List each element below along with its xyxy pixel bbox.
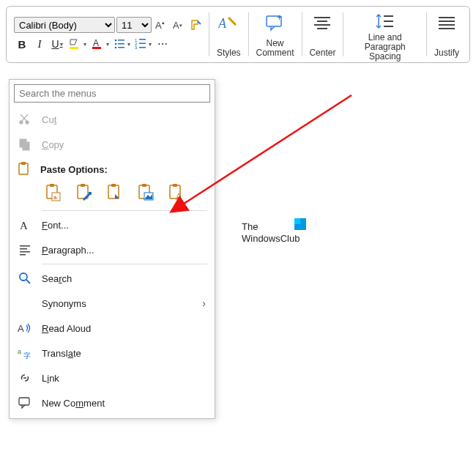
menu-paragraph[interactable]: Paragraph... xyxy=(10,237,215,262)
new-comment-group[interactable]: + New Comment xyxy=(250,10,300,59)
font-color-button[interactable]: A▾ xyxy=(89,36,111,52)
svg-text:A: A xyxy=(155,20,162,31)
paste-text-only-button[interactable]: A xyxy=(166,182,187,203)
svg-rect-26 xyxy=(384,15,393,17)
scissors-icon xyxy=(17,111,33,127)
paste-options-label: Paste Options: xyxy=(40,164,108,175)
spacing-label: Line and Paragraph Spacing xyxy=(351,33,419,62)
context-menu: Search the menus Cut Copy Paste Options:… xyxy=(9,79,215,419)
italic-button[interactable]: I xyxy=(31,36,48,52)
styles-group[interactable]: A Styles xyxy=(211,10,247,59)
menu-link-label: Link xyxy=(42,373,207,384)
new-comment-label: New Comment xyxy=(256,39,294,58)
svg-rect-65 xyxy=(294,218,300,224)
windowsclub-logo-icon xyxy=(294,218,306,230)
menu-paragraph-label: Paragraph... xyxy=(42,245,207,256)
font-icon: A xyxy=(17,217,33,233)
svg-rect-57 xyxy=(20,251,30,253)
menu-synonyms[interactable]: Synonyms › xyxy=(10,291,215,316)
svg-rect-32 xyxy=(439,28,455,29)
svg-point-59 xyxy=(20,273,27,281)
underline-button[interactable]: U▾ xyxy=(49,36,65,52)
paste-options-row: a A xyxy=(10,179,215,209)
svg-rect-29 xyxy=(439,17,455,18)
svg-rect-23 xyxy=(317,21,327,22)
svg-rect-49 xyxy=(142,184,146,187)
menu-translate-label: Translate xyxy=(42,348,207,359)
paste-options-header: Paste Options: xyxy=(10,157,215,179)
svg-rect-30 xyxy=(439,21,455,22)
svg-rect-18 xyxy=(139,47,146,48)
paste-picture-button[interactable] xyxy=(105,182,125,203)
paste-merge-button[interactable] xyxy=(74,182,94,203)
menu-font[interactable]: A Font... xyxy=(10,212,215,237)
svg-rect-31 xyxy=(439,24,455,26)
paragraph-icon xyxy=(17,242,33,258)
svg-text:▾: ▾ xyxy=(179,23,182,28)
svg-rect-12 xyxy=(118,47,124,48)
svg-rect-25 xyxy=(317,28,327,29)
svg-text:A: A xyxy=(176,192,182,201)
svg-text:A: A xyxy=(93,38,99,48)
center-label: Center xyxy=(309,48,335,58)
justify-icon xyxy=(436,12,457,33)
menu-synonyms-label: Synonyms xyxy=(42,298,207,309)
menu-new-comment[interactable]: New Comment xyxy=(10,390,215,415)
search-icon xyxy=(17,270,33,286)
read-aloud-icon: A xyxy=(17,320,33,336)
svg-rect-24 xyxy=(314,24,330,26)
highlight-button[interactable]: ▾ xyxy=(67,36,88,52)
svg-text:A: A xyxy=(18,323,24,334)
font-size-select[interactable]: 11 xyxy=(116,17,152,33)
svg-point-33 xyxy=(20,121,23,125)
svg-point-11 xyxy=(115,47,117,49)
clipboard-icon xyxy=(17,161,31,178)
justify-label: Justify xyxy=(434,48,459,58)
svg-rect-6 xyxy=(92,47,101,49)
svg-text:▴: ▴ xyxy=(162,20,165,25)
svg-rect-45 xyxy=(89,192,92,195)
svg-point-34 xyxy=(26,121,29,125)
svg-text:A: A xyxy=(173,20,179,31)
svg-rect-16 xyxy=(139,43,146,45)
paste-keep-source-button[interactable]: a xyxy=(43,182,64,203)
comment-icon xyxy=(17,395,33,411)
menu-search[interactable]: Search xyxy=(10,266,215,291)
numbering-button[interactable]: 123▾ xyxy=(133,36,153,52)
menu-new-comment-label: New Comment xyxy=(42,398,207,409)
new-comment-icon: + xyxy=(265,12,286,33)
bold-button[interactable]: B xyxy=(14,36,30,52)
paste-image-button[interactable] xyxy=(135,182,156,203)
menu-search-input[interactable]: Search the menus xyxy=(14,84,210,103)
svg-rect-58 xyxy=(20,254,26,256)
svg-rect-27 xyxy=(384,21,393,22)
menu-read-aloud[interactable]: A Read Aloud xyxy=(10,316,215,341)
shrink-font-button[interactable]: A▾ xyxy=(171,17,187,33)
translate-icon: a字 xyxy=(17,345,33,361)
svg-rect-22 xyxy=(314,17,330,18)
grow-font-button[interactable]: A▴ xyxy=(153,17,169,33)
more-formatting-button[interactable]: ⋯ xyxy=(155,36,171,52)
spacing-group[interactable]: Line and Paragraph Spacing xyxy=(345,10,425,59)
svg-rect-44 xyxy=(81,184,85,187)
format-painter-button[interactable] xyxy=(188,17,204,33)
menu-font-label: Font... xyxy=(42,220,207,231)
menu-search-label: Search xyxy=(42,273,207,284)
bullets-button[interactable]: ▾ xyxy=(112,36,132,52)
svg-rect-37 xyxy=(19,163,28,174)
justify-group[interactable]: Justify xyxy=(428,10,465,59)
menu-cut-label: Cut xyxy=(42,114,207,125)
svg-rect-4 xyxy=(70,47,78,49)
menu-translate[interactable]: a字 Translate xyxy=(10,341,215,365)
center-group[interactable]: Center xyxy=(303,10,341,59)
font-name-select[interactable]: Calibri (Body) xyxy=(14,17,115,33)
copy-icon xyxy=(17,136,33,152)
svg-rect-63 xyxy=(19,398,29,405)
svg-text:3: 3 xyxy=(135,45,138,50)
svg-text:a: a xyxy=(18,348,21,355)
line-spacing-icon xyxy=(375,12,395,30)
menu-link[interactable]: Link xyxy=(10,365,215,390)
svg-text:字: 字 xyxy=(23,352,31,360)
svg-rect-52 xyxy=(173,184,177,187)
svg-rect-28 xyxy=(384,26,393,27)
